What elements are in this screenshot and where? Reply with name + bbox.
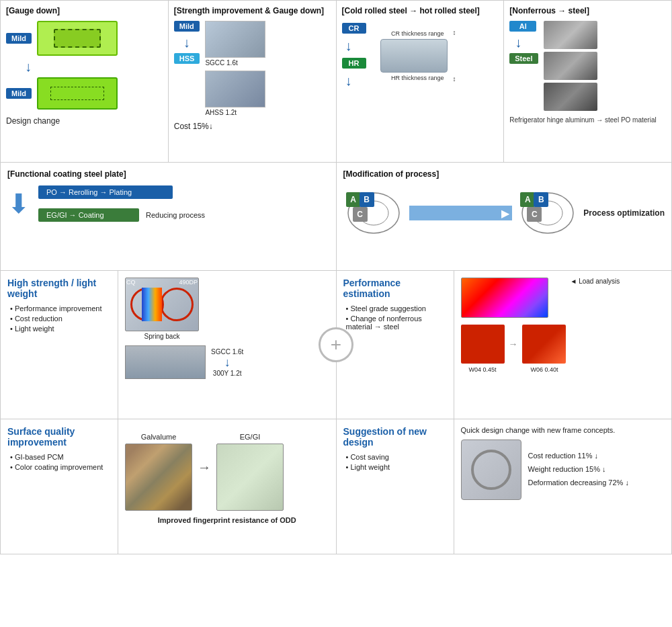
nonferrous-title: [Nonferrous → steel]	[509, 6, 666, 15]
eg-gi-img	[216, 444, 284, 511]
cold-rolled-title: [Cold rolled steel → hot rolled steel]	[342, 6, 499, 15]
bullet-nonferrous: Change of nonferrous material → steel	[346, 315, 447, 331]
strength-cell: [Strength improvement & Gauge down] Mild…	[169, 1, 337, 162]
eg-bar: EG/GI → Coating	[38, 208, 139, 222]
box-b2: B	[534, 192, 548, 207]
new-design-text-cell: Suggestion of new design Cost saving Lig…	[337, 419, 454, 554]
box-a2: A	[520, 192, 535, 207]
steel-tag: Steel	[509, 53, 538, 64]
bullet-light: Light weight	[346, 463, 447, 471]
sgcc-label: SGCC 1.6t	[205, 59, 265, 67]
cr-tag: CR	[342, 23, 366, 34]
box-c1: C	[353, 207, 368, 222]
strength-title: [Strength improvement & Gauge down]	[174, 6, 331, 15]
arrow-to-icon: →	[198, 460, 211, 475]
perf-estimation-text-cell: Performance estimation Steel grade sugge…	[337, 271, 454, 419]
bullet-steel: Steel grade suggestion	[346, 304, 447, 312]
gauge-arrow-1: ↓	[25, 58, 32, 75]
box-c2: C	[527, 207, 542, 222]
sgcc-image	[205, 21, 265, 58]
high-strength-heading: High strength / light weight	[7, 278, 111, 299]
surface-quality-images-cell: Galvalume → EG/GI Improved fingerprint r…	[118, 419, 337, 554]
plus-circle-icon: +	[319, 327, 353, 362]
box-a1: A	[346, 192, 361, 207]
hr-range-label: HR thickness range	[391, 75, 444, 81]
fingerprint-caption: Improved fingerprint resistance of ODD	[125, 516, 329, 524]
functional-title: [Functional coating steel plate]	[7, 169, 329, 179]
hinge-caption: Refrigerator hinge aluminum → steel PO m…	[509, 116, 666, 124]
load-analysis-img	[461, 278, 548, 318]
down-arrow-icon: ↓	[224, 356, 230, 370]
spring-back-caption: Spring back	[125, 333, 199, 340]
po-bar: PO → Rerolling → Plating	[38, 185, 173, 199]
surface-bullets: GI-based PCM Color coating improvement	[7, 453, 111, 471]
big-arrow-icon: ⬇	[7, 190, 30, 217]
ahss-label: AHSS 1.2t	[205, 109, 265, 116]
new-design-heading: Suggestion of new design	[343, 426, 447, 448]
sgcc-16-img	[125, 345, 206, 379]
gauge-down-cell: [Gauge down] Mild ↓ Mild Design change	[1, 1, 169, 162]
top-row: [Gauge down] Mild ↓ Mild Design change	[1, 1, 671, 163]
al-tag: Al	[509, 21, 536, 32]
load-analysis-label: ◄ Load analysis	[571, 278, 620, 285]
process-before: A B C	[343, 190, 404, 237]
w06-box-img	[522, 325, 566, 364]
bullet-saving: Cost saving	[346, 453, 447, 461]
hr-tag: HR	[342, 58, 366, 69]
w04-label: W04 0.45t	[461, 366, 505, 373]
surface-heading: Surface quality improvement	[7, 426, 111, 448]
surface-quality-text-cell: Surface quality improvement GI-based PCM…	[1, 419, 118, 554]
process-title: [Modification of process]	[343, 169, 665, 179]
perf-heading: Performance estimation	[343, 278, 447, 299]
cr-range-label: CR thickness range	[391, 30, 444, 37]
mild-tag-2: Mild	[6, 88, 32, 99]
w06-label: W06 0.40t	[523, 366, 566, 373]
stats-label: Cost reduction 11% ↓ Weight reduction 15…	[528, 450, 629, 489]
w04-box-img	[461, 325, 505, 364]
last-row: Surface quality improvement GI-based PCM…	[1, 419, 671, 554]
process-arrow-bar: ▶	[409, 206, 513, 220]
mid-row: [Functional coating steel plate] ⬇ PO → …	[1, 163, 671, 271]
high-strength-images-cell: CQ 490DP Spring back SGCC 1.6t ↓ 300Y 1.…	[118, 271, 337, 419]
galvalume-label: Galvalume	[141, 433, 177, 441]
bullet-color: Color coating improvement	[10, 463, 111, 471]
mild-tag-1: Mild	[6, 33, 32, 44]
new-design-desc: Quick design change with new frame conce…	[461, 426, 665, 434]
cq-label: CQ	[126, 279, 136, 286]
ahss-image	[205, 71, 265, 108]
bottom-row: + High strength / light weight Performan…	[1, 271, 671, 419]
hss-tag: HSS	[174, 53, 200, 64]
high-strength-text-cell: High strength / light weight Performance…	[1, 271, 118, 419]
sgcc-16-label: SGCC 1.6t	[211, 348, 243, 356]
new-design-bullets: Cost saving Light weight	[343, 453, 447, 471]
mild-tag-s: Mild	[174, 21, 200, 32]
functional-coating-cell: [Functional coating steel plate] ⬇ PO → …	[1, 163, 337, 270]
perf-estimation-images-cell: → W04 0.45t W06 0.40t ◄ Load analysis	[454, 271, 672, 419]
arrow-right-icon: →	[509, 339, 518, 349]
process-modification-cell: [Modification of process] A B C ▶	[337, 163, 672, 270]
bullet-perf: Performance improvement	[10, 304, 111, 312]
high-strength-bullets: Performance improvement Cost reduction L…	[7, 304, 111, 333]
main-container: [Gauge down] Mild ↓ Mild Design change	[0, 0, 672, 554]
spring-back-img: CQ 490DP	[125, 278, 199, 331]
dp490-label: 490DP	[179, 279, 198, 286]
perf-bullets: Steel grade suggestion Change of nonferr…	[343, 304, 447, 331]
bullet-gi: GI-based PCM	[10, 453, 111, 461]
bullet-weight: Light weight	[10, 325, 111, 333]
nonferrous-cell: [Nonferrous → steel] Al ↓ Steel Refriger…	[504, 1, 671, 162]
cost-label: Cost 15%↓	[174, 122, 331, 131]
process-after: A B C	[517, 190, 578, 237]
eg-gi-label: EG/GI	[240, 433, 261, 441]
washing-machine-img	[461, 440, 521, 500]
y300-label: 300Y 1.2t	[213, 370, 242, 377]
bullet-cost: Cost reduction	[10, 315, 111, 323]
reducing-label: Reducing process	[146, 211, 205, 219]
design-change-caption: Design change	[6, 116, 163, 126]
process-optimization-label: Process optimization	[583, 208, 665, 218]
box-b1: B	[360, 192, 374, 207]
new-design-images-cell: Quick design change with new frame conce…	[454, 419, 672, 554]
galvalume-img	[125, 444, 192, 511]
cold-rolled-cell: [Cold rolled steel → hot rolled steel] C…	[337, 1, 505, 162]
gauge-down-title: [Gauge down]	[6, 6, 163, 15]
